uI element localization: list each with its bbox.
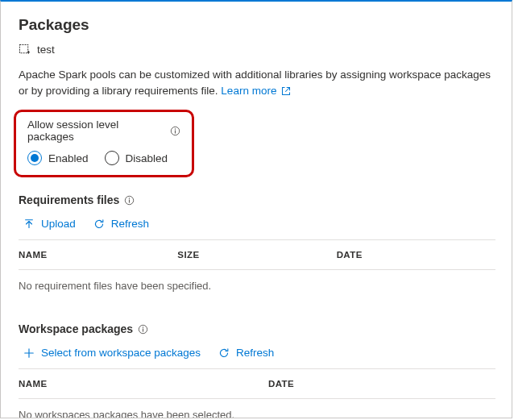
radio-enabled-indicator [27, 151, 42, 165]
allow-session-highlight: Allow session level packages Enabled Dis… [14, 110, 194, 177]
learn-more-link[interactable]: Learn more [221, 85, 291, 97]
info-icon[interactable] [138, 324, 148, 335]
refresh-icon [93, 218, 105, 230]
col-date[interactable]: DATE [268, 379, 495, 389]
workspace-empty-message: No workspaces packages have been selecte… [19, 399, 495, 418]
open-external-icon [281, 86, 291, 96]
col-name[interactable]: NAME [19, 379, 268, 389]
radio-disabled-indicator [105, 151, 119, 165]
spark-pool-icon [19, 44, 31, 56]
svg-rect-0 [19, 44, 27, 52]
svg-point-5 [129, 198, 130, 198]
svg-rect-3 [175, 130, 176, 133]
upload-icon [23, 218, 35, 230]
requirements-empty-message: No requirement files have been specified… [19, 270, 495, 301]
allow-session-radio-group: Enabled Disabled [27, 151, 180, 165]
radio-enabled[interactable]: Enabled [27, 151, 89, 165]
allow-session-label-row: Allow session level packages [27, 119, 180, 143]
col-size[interactable]: SIZE [177, 250, 336, 260]
refresh-button[interactable]: Refresh [93, 218, 149, 230]
radio-disabled[interactable]: Disabled [105, 151, 168, 165]
svg-point-2 [175, 128, 176, 129]
svg-point-8 [143, 326, 143, 327]
info-icon[interactable] [170, 126, 180, 136]
svg-rect-9 [143, 328, 143, 331]
refresh-icon [218, 347, 230, 359]
select-from-workspace-button[interactable]: Select from workspace packages [23, 347, 201, 359]
upload-button[interactable]: Upload [23, 218, 76, 230]
workspace-packages-section: Workspace packages Select from workspace… [19, 322, 495, 418]
requirements-files-header: Requirements files [19, 193, 495, 206]
workspace-commandbar: Select from workspace packages Refresh [19, 347, 495, 368]
workspace-table: NAME DATE [19, 368, 495, 399]
workspace-table-header: NAME DATE [19, 369, 495, 398]
col-name[interactable]: NAME [19, 250, 177, 260]
svg-rect-6 [129, 199, 130, 202]
description: Apache Spark pools can be customized wit… [19, 67, 495, 98]
packages-panel: Packages test Apache Spark pools can be … [0, 0, 512, 418]
requirements-commandbar: Upload Refresh [19, 218, 495, 239]
plus-icon [23, 347, 35, 359]
requirements-table: NAME SIZE DATE [19, 239, 495, 270]
col-date[interactable]: DATE [337, 250, 495, 260]
workspace-packages-header: Workspace packages [19, 322, 495, 335]
requirements-table-header: NAME SIZE DATE [19, 240, 495, 269]
pool-name: test [37, 44, 55, 56]
refresh-button[interactable]: Refresh [218, 347, 274, 359]
page-title: Packages [19, 16, 495, 34]
info-icon[interactable] [124, 195, 135, 206]
requirements-files-section: Requirements files Upload Refresh NAME [19, 193, 495, 301]
pool-row: test [19, 44, 495, 56]
allow-session-label: Allow session level packages [27, 119, 165, 143]
